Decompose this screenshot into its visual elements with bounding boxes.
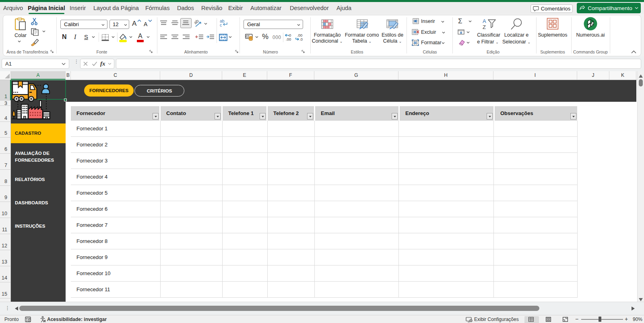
svg-text:.00: .00 bbox=[286, 37, 291, 41]
svg-text:Z: Z bbox=[483, 24, 486, 29]
svg-text:.0: .0 bbox=[299, 37, 303, 41]
svg-text:c: c bbox=[220, 23, 222, 27]
svg-text:A: A bbox=[483, 19, 486, 24]
